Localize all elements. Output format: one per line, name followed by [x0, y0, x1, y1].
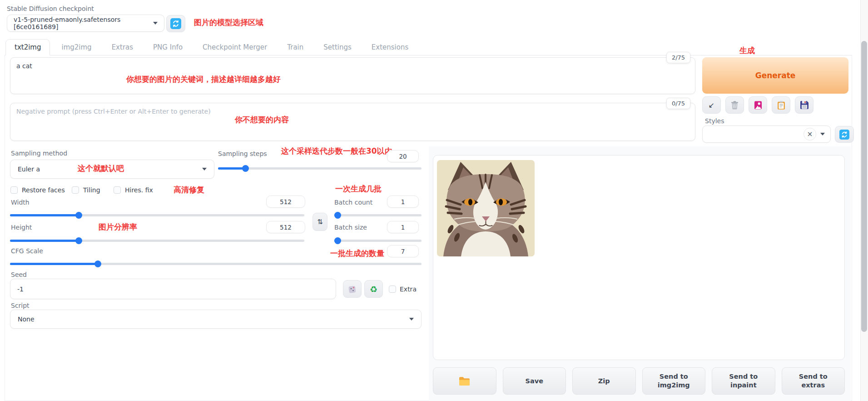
scrollbar-track[interactable]: [860, 0, 868, 401]
clear-prompt-button[interactable]: [725, 96, 744, 114]
save-style-button[interactable]: [795, 96, 813, 114]
chevron-down-icon: [820, 133, 825, 135]
extra-seed-checkbox[interactable]: [389, 286, 396, 293]
seed-input[interactable]: -1: [10, 279, 336, 299]
slider-thumb[interactable]: [334, 237, 341, 244]
extra-networks-button[interactable]: [749, 96, 767, 114]
seed-value: -1: [17, 286, 24, 293]
slider-track[interactable]: [334, 214, 422, 216]
save-button[interactable]: Save: [503, 367, 566, 395]
restore-faces-checkbox[interactable]: [10, 186, 18, 194]
slider-fill: [218, 167, 245, 170]
cat-image: [437, 160, 535, 256]
generated-image[interactable]: [437, 160, 535, 256]
checkpoint-dropdown[interactable]: v1-5-pruned-emaonly.safetensors [6ce0161…: [7, 15, 164, 32]
apply-style-button[interactable]: [772, 96, 790, 114]
tab-checkpoint-merger[interactable]: Checkpoint Merger: [194, 40, 276, 55]
refresh-icon: [170, 18, 181, 29]
slider-thumb[interactable]: [334, 212, 341, 219]
tab-txt2img[interactable]: txt2img: [5, 39, 50, 55]
sampling-method-annotation: 这个就默认吧: [78, 163, 124, 174]
styles-dropdown[interactable]: ×: [702, 125, 831, 143]
batch-count-label: Batch count: [334, 199, 372, 206]
prompt-tool-row: ↙: [702, 96, 813, 114]
batch-count-value[interactable]: 1: [387, 195, 419, 208]
chevron-down-icon: [202, 168, 207, 170]
slider-thumb[interactable]: [242, 165, 249, 172]
tiling-checkbox[interactable]: [72, 186, 79, 194]
batch-size-value[interactable]: 1: [387, 221, 419, 233]
hires-fix-checkbox[interactable]: [114, 186, 121, 194]
prompt-input[interactable]: a cat: [10, 57, 695, 94]
send-to-inpaint-button[interactable]: Send to inpaint: [712, 367, 775, 395]
slider-fill: [10, 263, 98, 265]
recycle-icon: ♻: [370, 284, 377, 294]
tab-settings[interactable]: Settings: [315, 40, 360, 55]
trash-icon: [731, 101, 739, 110]
sampling-method-value: Euler a: [18, 165, 40, 173]
slider-fill: [10, 240, 79, 242]
cfg-scale-label: CFG Scale: [11, 247, 43, 255]
slider-thumb[interactable]: [75, 212, 82, 219]
negative-token-counter: 0/75: [666, 98, 690, 109]
slider-fill: [10, 214, 79, 216]
height-slider[interactable]: [10, 237, 304, 244]
swap-arrows-icon: ⇅: [317, 218, 323, 226]
batch-size-label: Batch size: [334, 224, 367, 231]
batch-size-slider[interactable]: [334, 237, 422, 244]
sampling-steps-value[interactable]: 20: [387, 150, 419, 162]
generate-button[interactable]: Generate: [702, 57, 848, 94]
tab-extras[interactable]: Extras: [103, 40, 142, 55]
slider-thumb[interactable]: [75, 237, 82, 244]
script-value: None: [18, 316, 35, 323]
model-annotation: 图片的模型选择区域: [194, 17, 263, 28]
cfg-scale-slider[interactable]: [10, 261, 422, 267]
chevron-down-icon: [409, 318, 414, 321]
send-to-extras-button[interactable]: Send to extras: [782, 367, 845, 395]
random-seed-button[interactable]: [343, 280, 362, 298]
folder-icon: [459, 376, 470, 386]
seed-label: Seed: [11, 271, 27, 278]
cfg-annotation: 一批生成的数量: [330, 248, 384, 259]
picture-card-icon: [754, 101, 762, 110]
paste-params-button[interactable]: ↙: [702, 96, 721, 114]
clear-icon[interactable]: ×: [804, 128, 816, 140]
extra-seed-label: Extra: [400, 286, 417, 293]
cfg-scale-value[interactable]: 7: [387, 245, 419, 257]
swap-dimensions-button[interactable]: ⇅: [312, 213, 327, 231]
batch-count-slider[interactable]: [334, 212, 422, 219]
sampling-method-label: Sampling method: [11, 150, 67, 157]
height-value[interactable]: 512: [266, 221, 305, 233]
script-dropdown[interactable]: None: [10, 310, 422, 329]
width-slider[interactable]: [10, 212, 304, 219]
resolution-annotation: 图片分辨率: [99, 222, 137, 232]
script-label: Script: [11, 302, 30, 309]
tab-train[interactable]: Train: [278, 40, 312, 55]
tiling-label: Tiling: [83, 186, 100, 194]
tab-img2img[interactable]: img2img: [53, 40, 100, 55]
batch-count-annotation: 一次生成几批: [335, 184, 382, 194]
hires-annotation: 高清修复: [174, 185, 204, 195]
checkpoint-label: Stable Diffusion checkpoint: [7, 5, 94, 12]
width-value[interactable]: 512: [266, 195, 305, 208]
negative-prompt-annotation: 你不想要的内容: [235, 115, 289, 125]
refresh-checkpoint-button[interactable]: [166, 15, 185, 32]
clipboard-icon: [778, 101, 785, 110]
zip-button[interactable]: Zip: [572, 367, 636, 395]
sampling-steps-slider[interactable]: [218, 165, 422, 172]
scrollbar-thumb[interactable]: [861, 41, 867, 332]
negative-prompt-input[interactable]: [10, 103, 695, 141]
refresh-styles-button[interactable]: [835, 126, 854, 143]
generate-annotation: 生成: [739, 45, 755, 56]
tab-png-info[interactable]: PNG Info: [144, 40, 191, 55]
open-folder-button[interactable]: [433, 367, 496, 395]
hires-fix-label: Hires. fix: [125, 186, 153, 194]
send-to-img2img-button[interactable]: Send to img2img: [642, 367, 706, 395]
height-label: Height: [11, 224, 32, 231]
reuse-seed-button[interactable]: ♻: [364, 280, 383, 298]
sampling-steps-label: Sampling steps: [218, 150, 267, 157]
tab-extensions[interactable]: Extensions: [363, 40, 417, 55]
slider-thumb[interactable]: [94, 261, 101, 267]
slider-track[interactable]: [334, 240, 422, 242]
floppy-disk-icon: [800, 101, 808, 109]
